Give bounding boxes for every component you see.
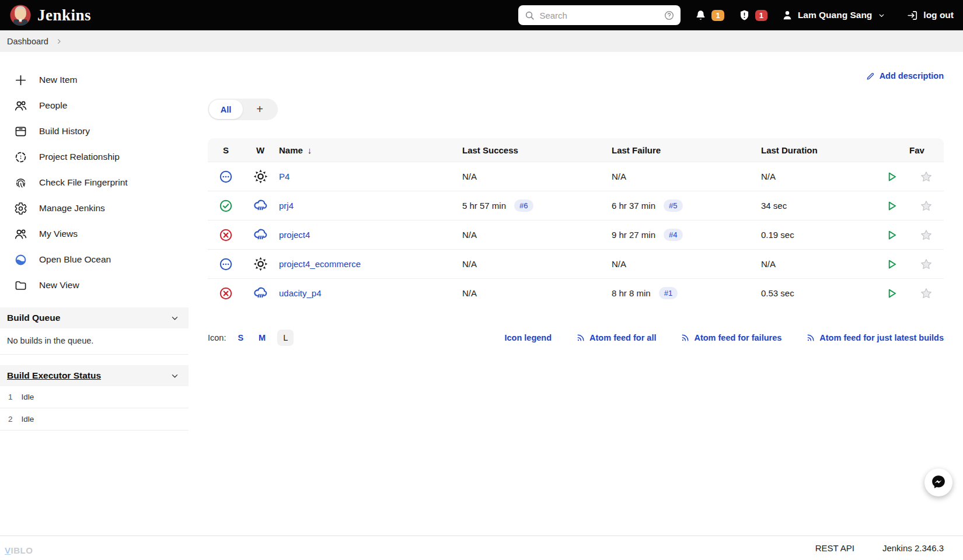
status-success-icon[interactable] [219, 199, 233, 213]
breadcrumb-dashboard[interactable]: Dashboard [7, 37, 48, 46]
search-box[interactable] [518, 5, 681, 25]
sidebar-nav: New Item People Build History Project Re… [0, 52, 189, 298]
messenger-chat-button[interactable] [924, 468, 952, 496]
build-queue-header[interactable]: Build Queue [0, 307, 189, 328]
run-build-button[interactable] [884, 257, 899, 272]
column-weather[interactable]: W [244, 145, 277, 155]
sidebar-item-open-blue-ocean[interactable]: Open Blue Ocean [0, 247, 189, 272]
jenkins-butler-logo-icon [9, 4, 32, 26]
job-name-link[interactable]: P4 [279, 172, 289, 181]
favorite-star-button[interactable] [919, 228, 934, 243]
main-content: Add description All + S W Name ↓ Last Su… [208, 52, 944, 346]
new-view-tab-button[interactable]: + [243, 100, 277, 119]
notifications-button[interactable]: 1 [695, 9, 724, 22]
run-build-button[interactable] [884, 198, 899, 214]
search-input[interactable] [539, 10, 660, 20]
sidebar-item-label: People [39, 100, 67, 111]
job-name-link[interactable]: project4_ecommerce [279, 259, 361, 269]
logout-button[interactable]: log out [906, 9, 954, 22]
failure-build-badge[interactable]: #5 [664, 200, 682, 212]
atom-feed-all-link[interactable]: Atom feed for all [576, 333, 656, 342]
star-icon [919, 286, 933, 300]
build-executor-status-title[interactable]: Build Executor Status [7, 370, 101, 381]
icon-size-small-link[interactable]: S [238, 333, 243, 342]
brand-title: Jenkins [37, 6, 91, 24]
rest-api-link[interactable]: REST API [815, 543, 854, 553]
status-never-built-icon[interactable] [219, 170, 233, 184]
last-success-value: 5 hr 57 min [462, 201, 506, 211]
people-icon [14, 99, 27, 113]
sidebar-item-manage-jenkins[interactable]: Manage Jenkins [0, 195, 189, 221]
icon-size-large-selected[interactable]: L [277, 330, 294, 346]
failure-build-badge[interactable]: #4 [664, 229, 682, 241]
column-fav[interactable]: Fav [908, 145, 944, 155]
favorite-star-button[interactable] [919, 198, 934, 214]
gear-icon [14, 202, 27, 215]
last-duration-value: 0.53 sec [761, 288, 794, 298]
play-icon [884, 199, 898, 213]
sidebar-item-new-view[interactable]: New View [0, 272, 189, 298]
jenkins-home-link[interactable]: Jenkins [9, 4, 91, 26]
icon-size-medium-link[interactable]: M [259, 333, 266, 342]
executor-number: 1 [8, 393, 13, 401]
weather-sunny-icon [253, 256, 268, 272]
rss-icon [806, 333, 815, 342]
topbar: Jenkins 1 1 Lam Quang Sang [0, 0, 963, 30]
run-build-button[interactable] [884, 169, 899, 184]
chevron-down-icon [170, 314, 179, 323]
sidebar-item-build-history[interactable]: Build History [0, 118, 189, 144]
sidebar-item-my-views[interactable]: My Views [0, 221, 189, 247]
sidebar-item-people[interactable]: People [0, 93, 189, 118]
weather-sunny-icon [253, 169, 268, 184]
favorite-star-button[interactable] [919, 257, 934, 272]
success-build-badge[interactable]: #6 [514, 200, 533, 212]
favorite-star-button[interactable] [919, 286, 934, 301]
sidebar-item-label: Build History [39, 126, 90, 136]
sidebar-item-project-relationship[interactable]: Project Relationship [0, 144, 189, 170]
plus-icon [14, 74, 27, 87]
security-warnings-button[interactable]: 1 [738, 9, 767, 22]
icon-legend-link[interactable]: Icon legend [504, 333, 552, 342]
relationship-icon [14, 150, 27, 164]
run-build-button[interactable] [884, 228, 899, 243]
last-failure-value: 8 hr 8 min [612, 288, 651, 298]
atom-feed-failures-link[interactable]: Atom feed for failures [681, 333, 781, 342]
sidebar-item-new-item[interactable]: New Item [0, 67, 189, 93]
add-description-link[interactable]: Add description [866, 71, 944, 81]
failure-build-badge[interactable]: #1 [659, 287, 678, 299]
rss-icon [681, 333, 690, 342]
search-help-icon[interactable] [664, 10, 675, 21]
star-icon [919, 170, 933, 184]
column-last-failure[interactable]: Last Failure [601, 145, 751, 155]
pencil-icon [866, 71, 875, 81]
sidebar-item-label: Check File Fingerprint [39, 177, 128, 188]
favorite-star-button[interactable] [919, 169, 934, 184]
play-icon [884, 286, 898, 300]
footer: REST API Jenkins 2.346.3 [0, 536, 963, 560]
sidebar-item-label: New Item [39, 75, 77, 85]
job-row: udacity_p4 N/A 8 hr 8 min #1 0.53 sec [208, 278, 944, 307]
build-queue-title: Build Queue [7, 313, 60, 323]
tab-all[interactable]: All [209, 100, 243, 119]
executor-status: Idle [22, 393, 34, 401]
weather-raining-icon [253, 285, 268, 301]
user-menu[interactable]: Lam Quang Sang [781, 9, 885, 21]
view-tabs: All + [208, 99, 278, 120]
user-name: Lam Quang Sang [798, 10, 872, 20]
column-last-success[interactable]: Last Success [452, 145, 601, 155]
status-failed-icon[interactable] [219, 286, 233, 300]
status-never-built-icon[interactable] [219, 257, 233, 271]
job-name-link[interactable]: udacity_p4 [279, 288, 322, 298]
column-last-duration[interactable]: Last Duration [751, 145, 874, 155]
sidebar-item-check-file-fingerprint[interactable]: Check File Fingerprint [0, 170, 189, 195]
column-name[interactable]: Name ↓ [277, 145, 452, 155]
atom-feed-latest-link[interactable]: Atom feed for just latest builds [806, 333, 944, 342]
status-failed-icon[interactable] [219, 228, 233, 242]
run-build-button[interactable] [884, 286, 899, 301]
job-name-link[interactable]: prj4 [279, 201, 294, 211]
build-executor-status-header[interactable]: Build Executor Status [0, 365, 189, 386]
last-failure-value: N/A [612, 259, 626, 269]
job-name-link[interactable]: project4 [279, 230, 310, 240]
star-icon [919, 228, 933, 242]
column-status[interactable]: S [208, 145, 244, 155]
